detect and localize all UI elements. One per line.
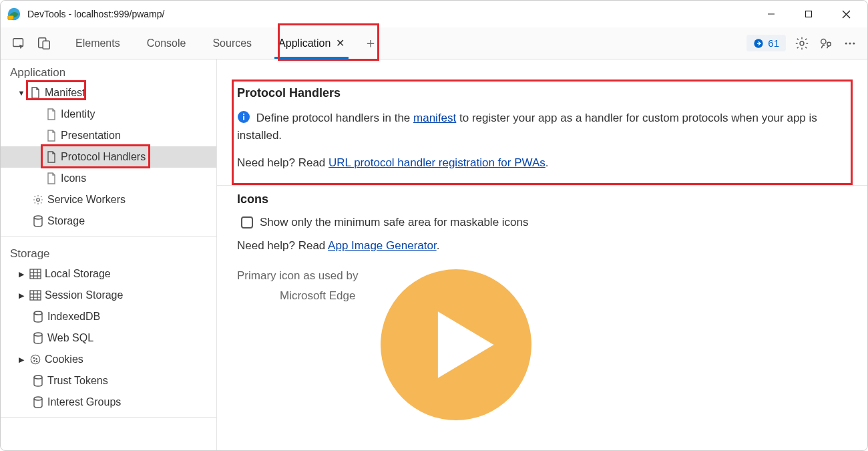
- sidebar-item-web-sql[interactable]: Web SQL: [1, 327, 216, 349]
- protocol-handlers-heading: Protocol Handlers: [237, 86, 847, 100]
- protocol-help-line: Need help? Read URL protocol handler reg…: [237, 154, 847, 172]
- svg-rect-1: [8, 16, 13, 20]
- close-button[interactable]: [827, 1, 865, 27]
- gear-icon: [31, 193, 45, 206]
- app-image-generator-link[interactable]: App Image Generator: [328, 239, 437, 252]
- svg-point-13: [845, 42, 847, 44]
- sidebar-item-trust-tokens[interactable]: Trust Tokens: [1, 370, 216, 392]
- sidebar-item-service-workers[interactable]: Service Workers: [1, 189, 216, 210]
- document-icon: [29, 86, 42, 100]
- inspect-element-icon[interactable]: [6, 31, 31, 56]
- info-icon: [237, 110, 250, 124]
- tab-sources[interactable]: Sources: [199, 27, 265, 59]
- sidebar-item-identity[interactable]: Identity: [1, 104, 216, 125]
- svg-point-32: [36, 359, 37, 360]
- svg-rect-38: [243, 116, 244, 120]
- svg-point-17: [34, 216, 42, 219]
- svg-rect-18: [30, 269, 41, 279]
- sidebar-item-local-storage[interactable]: ▶ Local Storage: [1, 263, 216, 285]
- window-title: DevTools - localhost:999/pwamp/: [27, 9, 752, 19]
- icons-heading: Icons: [237, 192, 847, 206]
- sidebar-item-storage-app[interactable]: Storage: [1, 210, 216, 232]
- grid-icon: [29, 267, 42, 281]
- document-icon: [45, 129, 58, 142]
- minimize-button[interactable]: [752, 1, 790, 27]
- device-toggle-icon[interactable]: [31, 31, 57, 56]
- cookie-icon: [29, 353, 42, 366]
- close-tab-icon[interactable]: ✕: [336, 37, 345, 49]
- svg-point-12: [827, 42, 831, 45]
- protocol-handlers-info: Define protocol handlers in the manifest…: [237, 110, 847, 145]
- sidebar-item-interest-groups[interactable]: Interest Groups: [1, 392, 216, 413]
- caret-right-icon: ▶: [17, 291, 26, 300]
- application-sidebar: Application ▼ Manifest Identity Presenta…: [1, 59, 217, 450]
- sidebar-item-presentation[interactable]: Presentation: [1, 125, 216, 146]
- database-icon: [31, 374, 45, 388]
- sidebar-item-manifest[interactable]: ▼ Manifest: [1, 82, 216, 104]
- document-icon: [45, 108, 58, 121]
- sidebar-item-session-storage[interactable]: ▶ Session Storage: [1, 285, 216, 306]
- icons-help-line: Need help? Read App Image Generator.: [237, 237, 847, 255]
- tab-elements[interactable]: Elements: [62, 27, 134, 59]
- sidebar-item-indexeddb[interactable]: IndexedDB: [1, 306, 216, 327]
- svg-rect-23: [30, 291, 41, 300]
- titlebar: DevTools - localhost:999/pwamp/: [1, 1, 867, 27]
- svg-rect-39: [243, 114, 244, 115]
- database-icon: [31, 214, 45, 228]
- sidebar-section-application: Application: [1, 59, 216, 82]
- svg-point-34: [37, 361, 38, 362]
- svg-point-11: [821, 39, 826, 43]
- svg-point-36: [34, 397, 42, 400]
- database-icon: [31, 310, 45, 323]
- maximize-button[interactable]: [790, 1, 827, 27]
- svg-point-15: [853, 42, 855, 44]
- caret-right-icon: ▶: [17, 270, 26, 279]
- grid-icon: [29, 289, 42, 302]
- svg-point-31: [33, 357, 35, 359]
- svg-point-14: [849, 42, 851, 44]
- svg-rect-3: [806, 11, 812, 17]
- checkbox-icon[interactable]: [241, 216, 253, 229]
- protocol-help-link[interactable]: URL protocol handler registration for PW…: [329, 156, 546, 169]
- maskable-checkbox-row[interactable]: Show only the minimum safe area for mask…: [241, 216, 847, 229]
- browser-name-caption: Microsoft Edge: [237, 289, 358, 303]
- document-icon: [45, 172, 58, 185]
- sidebar-item-cookies[interactable]: ▶ Cookies: [1, 349, 216, 370]
- application-main-panel: Protocol Handlers Define protocol handle…: [217, 59, 867, 450]
- more-menu-icon[interactable]: [838, 31, 862, 55]
- settings-gear-icon[interactable]: [790, 31, 814, 55]
- svg-point-16: [37, 198, 40, 202]
- svg-point-35: [34, 375, 42, 379]
- caret-down-icon: ▼: [17, 89, 26, 97]
- svg-point-30: [31, 355, 40, 364]
- sidebar-item-protocol-handlers[interactable]: Protocol Handlers: [1, 146, 216, 168]
- svg-point-29: [34, 333, 42, 336]
- tab-console[interactable]: Console: [134, 27, 200, 59]
- devtools-tabstrip: Elements Console Sources Application ✕ ＋…: [1, 27, 867, 59]
- document-icon: [45, 150, 58, 164]
- database-icon: [31, 396, 45, 409]
- svg-rect-8: [43, 41, 49, 49]
- devtools-app-icon: [7, 7, 21, 21]
- manifest-link[interactable]: manifest: [413, 112, 456, 124]
- svg-point-33: [34, 361, 35, 362]
- caret-right-icon: ▶: [17, 355, 26, 364]
- svg-point-10: [800, 41, 804, 45]
- app-primary-play-icon: [381, 269, 531, 420]
- primary-icon-caption: Primary icon as used by: [237, 269, 358, 283]
- sidebar-item-icons[interactable]: Icons: [1, 168, 216, 189]
- sidebar-section-storage: Storage: [1, 241, 216, 263]
- svg-point-28: [34, 311, 42, 315]
- add-tab-button[interactable]: ＋: [358, 31, 383, 56]
- issues-counter[interactable]: 61: [746, 35, 786, 51]
- tab-application[interactable]: Application ✕: [265, 27, 358, 59]
- database-icon: [31, 331, 45, 345]
- feedback-icon[interactable]: [814, 31, 838, 55]
